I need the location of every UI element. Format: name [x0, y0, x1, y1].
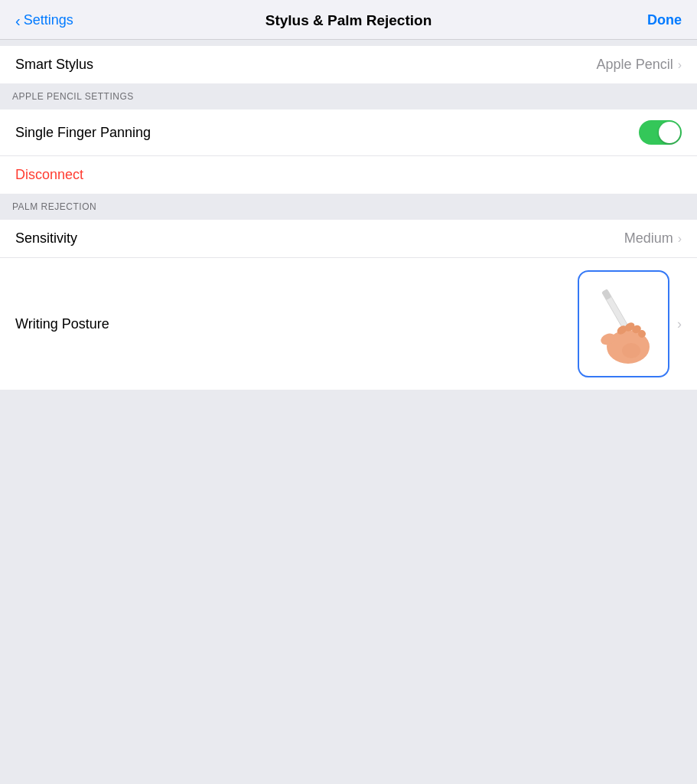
- writing-posture-row[interactable]: Writing Posture: [0, 258, 697, 390]
- top-spacer: [0, 40, 697, 46]
- toggle-knob: [659, 122, 680, 143]
- bottom-empty-area: [0, 390, 697, 784]
- smart-stylus-row[interactable]: Smart Stylus Apple Pencil ›: [0, 46, 697, 83]
- smart-stylus-label: Smart Stylus: [15, 57, 93, 73]
- sensitivity-chevron-icon: ›: [678, 233, 682, 245]
- sensitivity-label: Sensitivity: [15, 230, 77, 247]
- single-finger-panning-label: Single Finger Panning: [15, 125, 151, 141]
- smart-stylus-value: Apple Pencil: [597, 57, 673, 73]
- apple-pencil-settings-section: Single Finger Panning Disconnect: [0, 109, 697, 194]
- navigation-bar: ‹ Settings Stylus & Palm Rejection Done: [0, 0, 697, 40]
- writing-posture-right: ›: [578, 270, 682, 377]
- disconnect-row[interactable]: Disconnect: [0, 156, 697, 194]
- palm-rejection-section-label: PALM REJECTION: [12, 201, 96, 212]
- apple-pencil-section-header: APPLE PENCIL SETTINGS: [0, 83, 697, 109]
- back-label: Settings: [24, 12, 73, 28]
- back-chevron-icon: ‹: [15, 13, 21, 28]
- sensitivity-row[interactable]: Sensitivity Medium ›: [0, 220, 697, 258]
- smart-stylus-value-container: Apple Pencil ›: [597, 57, 682, 73]
- writing-posture-illustration: [578, 270, 669, 377]
- sensitivity-value: Medium: [624, 230, 673, 247]
- svg-point-10: [622, 343, 640, 358]
- palm-rejection-section-header: PALM REJECTION: [0, 194, 697, 220]
- smart-stylus-section: Smart Stylus Apple Pencil ›: [0, 46, 697, 83]
- back-button[interactable]: ‹ Settings: [15, 12, 73, 28]
- disconnect-label: Disconnect: [15, 167, 83, 183]
- smart-stylus-chevron-icon: ›: [678, 59, 682, 71]
- palm-rejection-section: Sensitivity Medium › Writing Posture: [0, 220, 697, 390]
- hand-stylus-icon: [585, 278, 662, 370]
- page-title: Stylus & Palm Rejection: [265, 12, 432, 29]
- apple-pencil-section-label: APPLE PENCIL SETTINGS: [12, 91, 134, 102]
- sensitivity-value-container: Medium ›: [624, 230, 682, 247]
- single-finger-panning-row[interactable]: Single Finger Panning: [0, 109, 697, 156]
- single-finger-panning-toggle[interactable]: [639, 120, 682, 145]
- writing-posture-label: Writing Posture: [15, 316, 109, 332]
- writing-posture-chevron-icon: ›: [677, 317, 682, 331]
- done-button[interactable]: Done: [647, 12, 682, 28]
